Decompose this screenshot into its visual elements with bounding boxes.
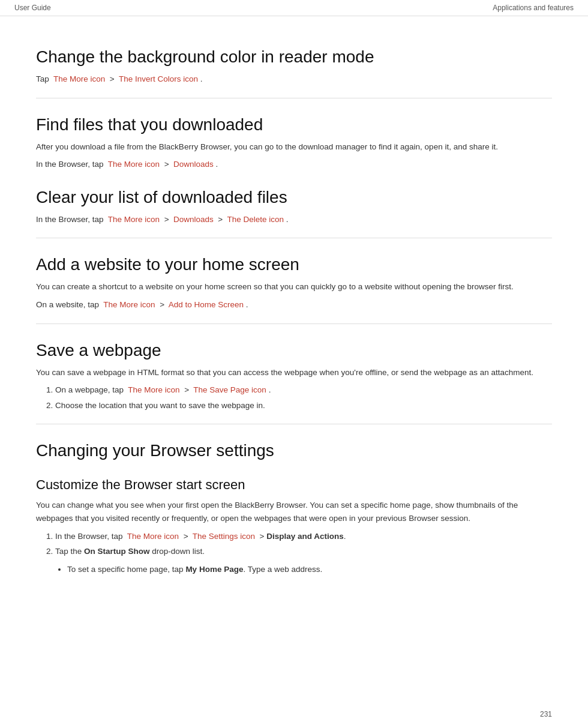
page-header: User Guide Applications and features [0, 0, 588, 16]
para-clear-list: In the Browser, tap The More icon > Down… [36, 213, 552, 226]
header-left: User Guide [14, 4, 51, 12]
highlight-delete-icon: The Delete icon [227, 215, 284, 224]
heading-add-website: Add a website to your home screen [36, 255, 552, 274]
divider-1 [36, 98, 552, 98]
customize-list: In the Browser, tap The More icon > The … [55, 530, 552, 558]
para-save-webpage-intro: You can save a webpage in HTML format so… [36, 366, 552, 379]
header-right: Applications and features [493, 4, 574, 12]
heading-change-background: Change the background color in reader mo… [36, 47, 552, 67]
para-add-website-intro: You can create a shortcut to a website o… [36, 280, 552, 293]
highlight-more-icon-4: The More icon [103, 300, 155, 309]
customize-step-1: In the Browser, tap The More icon > The … [55, 530, 552, 543]
para-add-website-instruction: On a website, tap The More icon > Add to… [36, 298, 552, 311]
save-webpage-list: On a webpage, tap The More icon > The Sa… [55, 384, 552, 412]
text-display-actions: Display and Actions [266, 532, 344, 541]
highlight-more-icon-2: The More icon [108, 160, 160, 169]
divider-3 [36, 323, 552, 324]
save-webpage-step-1: On a webpage, tap The More icon > The Sa… [55, 384, 552, 397]
highlight-more-icon-1: The More icon [53, 74, 105, 83]
heading-clear-list: Clear your list of downloaded files [36, 188, 552, 207]
text-on-startup-show: On Startup Show [84, 547, 150, 556]
content-area: Change the background color in reader mo… [0, 16, 588, 604]
customize-bullet-1: To set a specific home page, tap My Home… [67, 563, 552, 576]
customize-bullet-list: To set a specific home page, tap My Home… [67, 563, 552, 576]
highlight-settings-icon: The Settings icon [193, 532, 255, 541]
highlight-invert-colors: The Invert Colors icon [119, 74, 198, 83]
highlight-downloads-2: Downloads [173, 215, 214, 224]
heading-customize-start-screen: Customize the Browser start screen [36, 477, 552, 493]
heading-save-webpage: Save a webpage [36, 341, 552, 360]
page-number: 231 [540, 710, 552, 718]
heading-find-files: Find files that you downloaded [36, 115, 552, 134]
highlight-save-page-icon: The Save Page icon [193, 385, 266, 394]
save-webpage-step-2: Choose the location that you want to sav… [55, 399, 552, 412]
highlight-downloads-1: Downloads [173, 160, 214, 169]
highlight-add-home-screen: Add to Home Screen [169, 300, 244, 309]
text-my-home-page: My Home Page [185, 565, 243, 574]
highlight-more-icon-3: The More icon [108, 215, 160, 224]
para-customize-intro: You can change what you see when your fi… [36, 499, 552, 525]
para-change-background: Tap The More icon > The Invert Colors ic… [36, 73, 552, 86]
para-find-files-intro: After you download a file from the Black… [36, 140, 552, 154]
heading-changing-browser-settings: Changing your Browser settings [36, 441, 552, 460]
highlight-more-icon-5: The More icon [128, 385, 179, 394]
divider-2 [36, 238, 552, 238]
divider-4 [36, 424, 552, 424]
highlight-more-icon-6: The More icon [127, 532, 179, 541]
customize-step-2: Tap the On Startup Show drop-down list. [55, 545, 552, 558]
para-find-files-instruction: In the Browser, tap The More icon > Down… [36, 158, 552, 171]
